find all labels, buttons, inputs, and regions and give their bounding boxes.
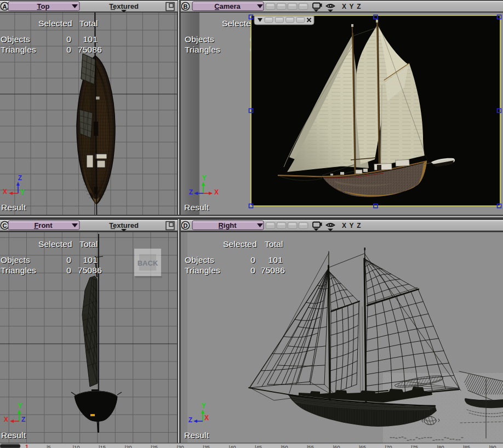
svg-text:X: X	[3, 188, 7, 196]
svg-text:75086: 75086	[261, 266, 285, 275]
svg-text:|35: |35	[203, 444, 210, 448]
svg-text:101: 101	[268, 255, 283, 265]
svg-text:Y: Y	[20, 188, 25, 196]
svg-text:Result: Result	[184, 203, 209, 212]
svg-text:B: B	[184, 3, 188, 10]
svg-text:Triangles: Triangles	[185, 266, 220, 275]
svg-text:Y: Y	[18, 402, 22, 410]
svg-text:Z: Z	[188, 416, 192, 424]
svg-text:|55: |55	[307, 444, 314, 448]
svg-text:Z: Z	[357, 3, 361, 10]
svg-text:Objects: Objects	[1, 35, 30, 44]
svg-text:Selected: Selected	[38, 19, 72, 28]
svg-text:Objects: Objects	[1, 255, 30, 265]
svg-text:Result: Result	[184, 430, 209, 440]
svg-text:Camera: Camera	[214, 2, 241, 10]
svg-text:Total: Total	[79, 19, 98, 28]
svg-text:|65: |65	[359, 444, 366, 448]
svg-text:|60: |60	[333, 444, 340, 448]
svg-text:Y: Y	[202, 174, 206, 182]
svg-text:Front: Front	[34, 221, 53, 229]
svg-text:|50: |50	[281, 444, 288, 448]
svg-text:|25: |25	[151, 444, 158, 448]
svg-text:75086: 75086	[78, 266, 102, 275]
svg-text:|30: |30	[177, 444, 184, 448]
svg-text:X: X	[214, 188, 219, 196]
svg-text:Y: Y	[350, 3, 354, 10]
svg-text:Textured: Textured	[109, 221, 139, 229]
svg-text:D: D	[184, 222, 188, 229]
svg-text:Z: Z	[21, 416, 25, 423]
svg-text:Total: Total	[265, 239, 283, 249]
svg-text:0: 0	[66, 255, 71, 265]
svg-text:101: 101	[83, 35, 98, 44]
svg-text:Triangles: Triangles	[185, 45, 220, 54]
svg-text:|80: |80	[437, 444, 444, 448]
svg-text:Z: Z	[357, 222, 361, 229]
svg-text:X: X	[342, 3, 346, 10]
svg-text:Y: Y	[201, 402, 205, 410]
svg-text:A: A	[3, 3, 7, 10]
svg-text:Z: Z	[18, 174, 22, 182]
svg-text:|40: |40	[229, 444, 236, 448]
svg-text:|5: |5	[47, 444, 51, 448]
svg-text:|45: |45	[255, 444, 262, 448]
svg-text:0: 0	[66, 35, 71, 44]
svg-text:Objects: Objects	[185, 35, 214, 44]
svg-text:|20: |20	[125, 444, 132, 448]
svg-text:Result: Result	[1, 203, 26, 212]
svg-text:Z: Z	[189, 188, 193, 196]
svg-text:X: X	[4, 416, 8, 423]
svg-text:Result: Result	[1, 430, 26, 440]
svg-text:Textured: Textured	[109, 2, 139, 10]
svg-text:0: 0	[66, 266, 71, 275]
svg-text:|85: |85	[463, 444, 470, 448]
svg-text:Objects: Objects	[185, 255, 214, 265]
svg-text:0: 0	[250, 255, 255, 265]
svg-text:|75: |75	[411, 444, 418, 448]
svg-text:Selected: Selected	[38, 239, 72, 249]
svg-text:Triangles: Triangles	[1, 45, 36, 54]
svg-text:X: X	[342, 222, 346, 229]
svg-text:|90: |90	[489, 444, 496, 448]
svg-text:C: C	[3, 222, 7, 229]
svg-text:|70: |70	[385, 444, 392, 448]
svg-text:X: X	[204, 414, 209, 422]
svg-text:Top: Top	[37, 2, 50, 10]
svg-text:|15: |15	[99, 444, 106, 448]
svg-text:0: 0	[250, 266, 255, 275]
svg-text:Right: Right	[218, 221, 237, 229]
svg-text:1: 1	[25, 444, 28, 448]
svg-text:Y: Y	[350, 222, 354, 229]
svg-text:101: 101	[83, 255, 98, 265]
svg-text:Selected: Selected	[223, 239, 257, 249]
svg-text:|10: |10	[73, 444, 80, 448]
svg-text:Total: Total	[79, 239, 98, 249]
svg-text:Triangles: Triangles	[1, 266, 36, 275]
svg-text:75086: 75086	[78, 45, 102, 54]
svg-text:BACK: BACK	[138, 259, 158, 267]
svg-text:0: 0	[66, 45, 71, 54]
